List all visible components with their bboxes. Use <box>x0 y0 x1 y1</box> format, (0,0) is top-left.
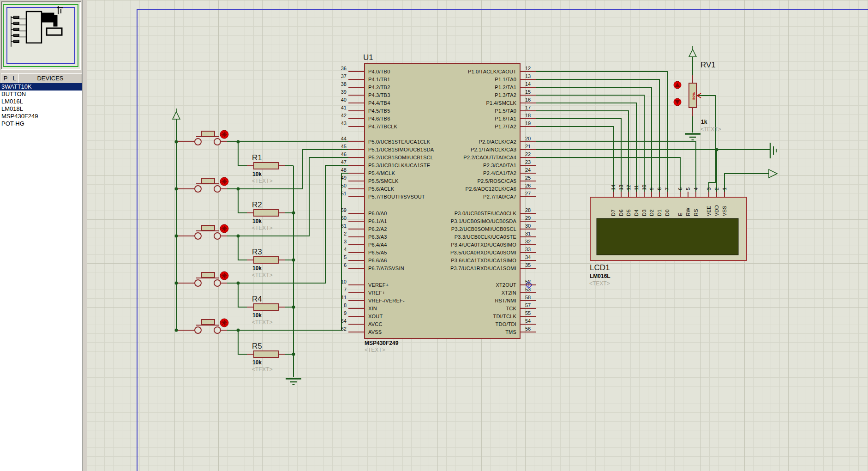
pin-number: 19 <box>525 121 531 126</box>
pin-label: D6 <box>618 210 624 216</box>
pin-number: 14 <box>525 81 531 87</box>
pin-number: 36 <box>341 66 347 71</box>
r3-value-label: 10k <box>252 265 262 272</box>
pin-label: AVCC <box>368 321 383 327</box>
pin-label: P4.3/TB3 <box>368 92 390 98</box>
pot-percent-label: 50% <box>692 92 696 100</box>
button-components[interactable] <box>177 130 228 333</box>
r2-ref-label[interactable]: R2 <box>252 200 262 209</box>
lcd1-ref-label[interactable]: LCD1 <box>590 263 610 272</box>
ground-icon[interactable] <box>286 379 301 385</box>
pin-number: 51 <box>341 191 347 196</box>
pin-label: P1.7/TA2 <box>495 124 516 129</box>
pin-label: D0 <box>664 210 670 216</box>
pin-label: P2.0/ACLK/CA2 <box>479 139 516 145</box>
pin-label: VEREF+ <box>368 282 389 288</box>
resistor-r5[interactable] <box>247 351 285 357</box>
pin-number: 52 <box>525 279 531 284</box>
resistor-r2[interactable] <box>247 210 285 216</box>
rv1-ref-label[interactable]: RV1 <box>700 60 716 69</box>
pin-number: 30 <box>525 223 531 229</box>
pin-number: 2 <box>714 187 719 190</box>
output-terminal-icon[interactable] <box>769 169 777 178</box>
pin-number: 20 <box>525 136 531 141</box>
pin-number: 6 <box>344 262 347 268</box>
rv1-potentiometer[interactable]: 50% <box>674 75 701 116</box>
pin-label: P2.2/CAOUT/TA0/CA4 <box>463 155 516 160</box>
pin-number: 13 <box>618 185 624 190</box>
u1-ref-label[interactable]: U1 <box>363 53 373 62</box>
push-button-1[interactable] <box>177 130 228 145</box>
lcd1-text-placeholder: <TEXT> <box>589 280 610 287</box>
pin-label: P1.0/TACLK/CAOUT <box>468 69 516 74</box>
pin-label: TCK <box>506 306 516 311</box>
pin-number: 3 <box>344 239 347 244</box>
resistor-r4[interactable] <box>247 304 285 310</box>
pin-number: 47 <box>341 159 347 165</box>
pin-label: P4.2/TB2 <box>368 85 390 90</box>
pin-label: XIN <box>368 306 377 311</box>
rv1-text-placeholder: <TEXT> <box>700 126 721 133</box>
r3-ref-label[interactable]: R3 <box>252 248 262 256</box>
r1-value-label: 10k <box>252 171 262 177</box>
pin-label: D2 <box>649 210 654 216</box>
pin-label: E <box>677 212 683 216</box>
rv1-value-label: 1k <box>701 119 707 125</box>
lcd-screen <box>597 218 738 255</box>
pin-label: TMS <box>505 329 516 335</box>
pin-number: 18 <box>525 113 531 118</box>
pin-number: 11 <box>634 185 639 190</box>
pin-number: 1 <box>722 187 727 190</box>
pin-number: 35 <box>525 262 531 268</box>
pin-label: XT2IN <box>502 290 516 296</box>
resistor-r3[interactable] <box>247 257 285 263</box>
r1-ref-label[interactable]: R1 <box>252 153 262 162</box>
pin-label: P5.2/UCB1SOMI/UCB1SCL <box>368 155 433 160</box>
pin-number: 64 <box>341 318 347 324</box>
proteus-schematic-window: P L DEVICES 3WATT10KBUTTONLM016LLM018LMS… <box>0 0 868 471</box>
pin-number: 4 <box>693 187 699 190</box>
pin-number: 6 <box>677 187 683 190</box>
pin-label: P4.4/TB4 <box>368 100 390 106</box>
pin-label: TDO/TDI <box>496 321 516 327</box>
resistor-components[interactable] <box>247 163 285 357</box>
pin-number: 50 <box>341 183 347 188</box>
pin-number: 9 <box>649 187 654 190</box>
push-button-4[interactable] <box>177 272 228 286</box>
pin-label: XOUT <box>368 314 383 319</box>
ground-icon[interactable] <box>685 134 700 140</box>
pin-label: P4.7/TBCLK <box>368 124 398 129</box>
pin-label: P5.3/UCB1CLK/UCA1STE <box>368 163 430 168</box>
pin-label: XT2OUT <box>496 282 516 288</box>
pin-number: 23 <box>525 159 531 165</box>
pin-number: 61 <box>341 223 347 229</box>
pin-label: P2.4/CA1/TA2 <box>483 170 516 176</box>
r5-ref-label[interactable]: R5 <box>252 342 262 350</box>
battery-terminal-icon[interactable] <box>770 143 776 158</box>
r4-text-placeholder: <TEXT> <box>252 319 273 326</box>
resistor-r1[interactable] <box>247 163 285 169</box>
pin-number: 54 <box>525 318 531 324</box>
pin-number: 11 <box>341 295 347 300</box>
pin-number: 40 <box>341 97 347 103</box>
push-button-3[interactable] <box>177 224 228 239</box>
pin-label: P3.7/UCA1RXD/UCA1SOMI <box>450 266 516 271</box>
pin-label: P6.5/A5 <box>368 250 387 255</box>
power-terminal-icon[interactable] <box>689 46 696 57</box>
pin-number: 32 <box>525 239 531 244</box>
pin-label: RS <box>693 209 699 216</box>
r2-value-label: 10k <box>252 218 262 224</box>
r4-ref-label[interactable]: R4 <box>252 295 262 303</box>
pin-label: D4 <box>634 210 639 216</box>
pin-number: 41 <box>341 105 347 110</box>
pin-number: 12 <box>626 185 631 190</box>
pin-label: P5.0/UCB1STE/UCA1CLK <box>368 139 431 145</box>
power-terminal-icon[interactable] <box>173 109 180 119</box>
pin-number: 33 <box>525 247 531 252</box>
r1-text-placeholder: <TEXT> <box>252 178 273 184</box>
pin-number: 43 <box>341 121 347 126</box>
push-button-5[interactable] <box>177 319 228 333</box>
pin-label: P5.5/SMCLK <box>368 178 399 184</box>
r2-text-placeholder: <TEXT> <box>252 225 273 231</box>
push-button-2[interactable] <box>177 177 228 192</box>
